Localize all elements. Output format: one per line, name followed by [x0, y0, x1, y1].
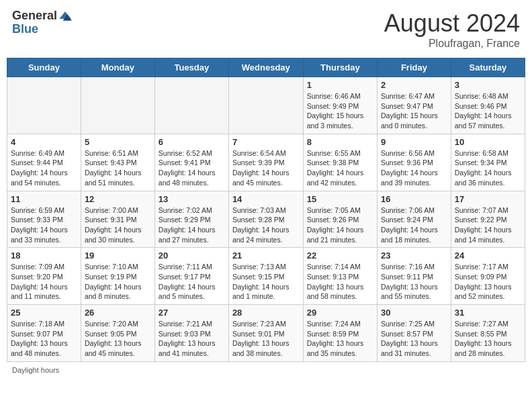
location-title: Ploufragan, France [384, 38, 520, 50]
calendar-week-row: 1Sunrise: 6:46 AM Sunset: 9:49 PM Daylig… [7, 77, 525, 134]
day-number: 9 [381, 137, 447, 147]
day-number: 15 [307, 194, 373, 204]
calendar-cell [154, 77, 228, 134]
calendar-cell: 9Sunrise: 6:56 AM Sunset: 9:36 PM Daylig… [378, 134, 451, 191]
day-info: Sunrise: 7:25 AM Sunset: 8:57 PM Dayligh… [381, 319, 447, 359]
calendar-cell: 2Sunrise: 6:47 AM Sunset: 9:47 PM Daylig… [378, 77, 451, 134]
day-number: 24 [455, 250, 521, 261]
calendar-cell: 28Sunrise: 7:23 AM Sunset: 9:01 PM Dayli… [228, 305, 303, 362]
calendar-cell: 25Sunrise: 7:18 AM Sunset: 9:07 PM Dayli… [7, 305, 81, 362]
calendar-table: SundayMondayTuesdayWednesdayThursdayFrid… [7, 58, 525, 362]
day-info: Sunrise: 6:54 AM Sunset: 9:39 PM Dayligh… [232, 148, 300, 188]
calendar-cell: 1Sunrise: 6:46 AM Sunset: 9:49 PM Daylig… [303, 77, 377, 134]
calendar-cell: 11Sunrise: 6:59 AM Sunset: 9:33 PM Dayli… [7, 191, 81, 248]
day-number: 17 [455, 194, 521, 204]
calendar-week-row: 11Sunrise: 6:59 AM Sunset: 9:33 PM Dayli… [7, 191, 525, 248]
calendar-cell: 20Sunrise: 7:11 AM Sunset: 9:17 PM Dayli… [154, 248, 228, 305]
day-info: Sunrise: 7:23 AM Sunset: 9:01 PM Dayligh… [232, 319, 300, 359]
day-number: 12 [85, 194, 151, 204]
month-title: August 2024 [384, 9, 520, 38]
day-number: 7 [232, 137, 300, 147]
calendar-cell: 4Sunrise: 6:49 AM Sunset: 9:44 PM Daylig… [7, 134, 81, 191]
calendar-week-row: 18Sunrise: 7:09 AM Sunset: 9:20 PM Dayli… [7, 248, 525, 305]
calendar-cell: 5Sunrise: 6:51 AM Sunset: 9:43 PM Daylig… [81, 134, 154, 191]
day-info: Sunrise: 6:59 AM Sunset: 9:33 PM Dayligh… [11, 205, 77, 245]
calendar-cell [228, 77, 303, 134]
day-number: 29 [307, 308, 373, 318]
calendar-cell: 13Sunrise: 7:02 AM Sunset: 9:29 PM Dayli… [154, 191, 228, 248]
day-info: Sunrise: 6:58 AM Sunset: 9:34 PM Dayligh… [455, 148, 521, 188]
day-info: Sunrise: 7:07 AM Sunset: 9:22 PM Dayligh… [455, 205, 521, 245]
day-info: Sunrise: 6:48 AM Sunset: 9:46 PM Dayligh… [455, 91, 521, 131]
calendar-cell: 21Sunrise: 7:13 AM Sunset: 9:15 PM Dayli… [228, 248, 303, 305]
day-number: 16 [381, 194, 447, 204]
weekday-header-row: SundayMondayTuesdayWednesdayThursdayFrid… [7, 58, 525, 77]
day-number: 27 [159, 308, 225, 318]
day-number: 31 [455, 308, 521, 318]
day-number: 19 [85, 250, 151, 261]
day-info: Sunrise: 7:10 AM Sunset: 9:19 PM Dayligh… [85, 262, 151, 302]
day-info: Sunrise: 7:00 AM Sunset: 9:31 PM Dayligh… [85, 205, 151, 245]
calendar-cell: 17Sunrise: 7:07 AM Sunset: 9:22 PM Dayli… [451, 191, 525, 248]
calendar-cell: 26Sunrise: 7:20 AM Sunset: 9:05 PM Dayli… [81, 305, 154, 362]
day-info: Sunrise: 6:56 AM Sunset: 9:36 PM Dayligh… [381, 148, 447, 188]
day-number: 30 [381, 308, 447, 318]
calendar-cell [81, 77, 154, 134]
day-info: Sunrise: 7:20 AM Sunset: 9:05 PM Dayligh… [85, 319, 151, 359]
day-number: 25 [11, 308, 77, 318]
calendar-cell: 24Sunrise: 7:17 AM Sunset: 9:09 PM Dayli… [451, 248, 525, 305]
calendar-cell: 16Sunrise: 7:06 AM Sunset: 9:24 PM Dayli… [378, 191, 451, 248]
title-area: August 2024 Ploufragan, France [384, 9, 520, 50]
day-info: Sunrise: 7:27 AM Sunset: 8:55 PM Dayligh… [455, 319, 521, 359]
calendar-cell: 18Sunrise: 7:09 AM Sunset: 9:20 PM Dayli… [7, 248, 81, 305]
day-info: Sunrise: 7:06 AM Sunset: 9:24 PM Dayligh… [381, 205, 447, 245]
calendar-cell: 3Sunrise: 6:48 AM Sunset: 9:46 PM Daylig… [451, 77, 525, 134]
calendar-cell: 12Sunrise: 7:00 AM Sunset: 9:31 PM Dayli… [81, 191, 154, 248]
calendar-cell: 15Sunrise: 7:05 AM Sunset: 9:26 PM Dayli… [303, 191, 377, 248]
day-info: Sunrise: 7:14 AM Sunset: 9:13 PM Dayligh… [307, 262, 373, 302]
day-number: 23 [381, 250, 447, 261]
day-number: 14 [232, 194, 300, 204]
day-number: 2 [381, 80, 447, 90]
calendar-week-row: 25Sunrise: 7:18 AM Sunset: 9:07 PM Dayli… [7, 305, 525, 362]
calendar-cell: 14Sunrise: 7:03 AM Sunset: 9:28 PM Dayli… [228, 191, 303, 248]
day-number: 18 [11, 250, 77, 261]
day-number: 8 [307, 137, 373, 147]
calendar-cell: 27Sunrise: 7:21 AM Sunset: 9:03 PM Dayli… [154, 305, 228, 362]
calendar-cell: 31Sunrise: 7:27 AM Sunset: 8:55 PM Dayli… [451, 305, 525, 362]
calendar-cell [7, 77, 81, 134]
day-number: 26 [85, 308, 151, 318]
weekday-header-wednesday: Wednesday [228, 58, 303, 77]
day-info: Sunrise: 6:46 AM Sunset: 9:49 PM Dayligh… [307, 91, 373, 131]
day-number: 13 [159, 194, 225, 204]
calendar-cell: 23Sunrise: 7:16 AM Sunset: 9:11 PM Dayli… [378, 248, 451, 305]
day-number: 10 [455, 137, 521, 147]
logo-icon [58, 9, 72, 23]
day-number: 11 [11, 194, 77, 204]
calendar-cell: 22Sunrise: 7:14 AM Sunset: 9:13 PM Dayli… [303, 248, 377, 305]
daylight-hours-label: Daylight hours [12, 366, 59, 374]
day-number: 20 [159, 250, 225, 261]
calendar-cell: 10Sunrise: 6:58 AM Sunset: 9:34 PM Dayli… [451, 134, 525, 191]
calendar-week-row: 4Sunrise: 6:49 AM Sunset: 9:44 PM Daylig… [7, 134, 525, 191]
day-info: Sunrise: 6:47 AM Sunset: 9:47 PM Dayligh… [381, 91, 447, 131]
footer-note: Daylight hours [7, 366, 525, 374]
weekday-header-thursday: Thursday [303, 58, 377, 77]
day-info: Sunrise: 7:11 AM Sunset: 9:17 PM Dayligh… [159, 262, 225, 302]
logo-blue-text: Blue [12, 23, 72, 36]
day-info: Sunrise: 7:02 AM Sunset: 9:29 PM Dayligh… [159, 205, 225, 245]
calendar-cell: 30Sunrise: 7:25 AM Sunset: 8:57 PM Dayli… [378, 305, 451, 362]
day-number: 21 [232, 250, 300, 261]
day-info: Sunrise: 6:51 AM Sunset: 9:43 PM Dayligh… [85, 148, 151, 188]
weekday-header-saturday: Saturday [451, 58, 525, 77]
day-number: 4 [11, 137, 77, 147]
day-info: Sunrise: 7:24 AM Sunset: 8:59 PM Dayligh… [307, 319, 373, 359]
day-info: Sunrise: 7:16 AM Sunset: 9:11 PM Dayligh… [381, 262, 447, 302]
logo-general-text: General [12, 9, 57, 23]
day-number: 5 [85, 137, 151, 147]
header: General Blue August 2024 Ploufragan, Fra… [7, 7, 525, 52]
calendar-cell: 19Sunrise: 7:10 AM Sunset: 9:19 PM Dayli… [81, 248, 154, 305]
day-info: Sunrise: 7:17 AM Sunset: 9:09 PM Dayligh… [455, 262, 521, 302]
calendar-cell: 6Sunrise: 6:52 AM Sunset: 9:41 PM Daylig… [154, 134, 228, 191]
weekday-header-friday: Friday [378, 58, 451, 77]
